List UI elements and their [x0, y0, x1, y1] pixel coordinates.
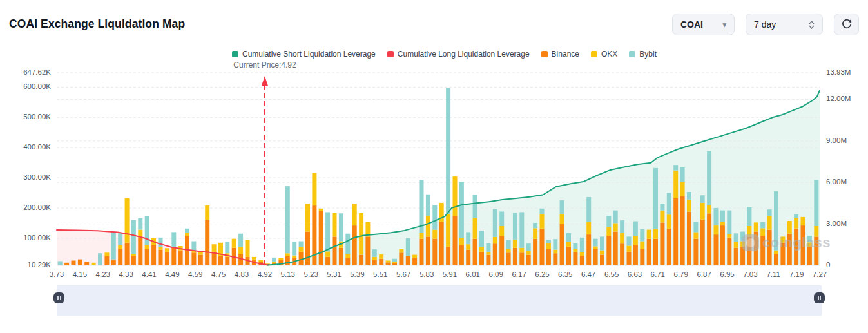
up-down-stepper-icon	[809, 21, 815, 29]
long-legend-chip	[387, 51, 394, 57]
svg-text:5.83: 5.83	[420, 271, 434, 278]
legend-item-long[interactable]: Cumulative Long Liquidation Leverage	[387, 50, 530, 59]
range-handle-left[interactable]	[53, 292, 64, 303]
svg-text:4.59: 4.59	[188, 271, 202, 278]
svg-text:300.00K: 300.00K	[23, 173, 51, 181]
svg-text:6.17: 6.17	[512, 271, 526, 278]
svg-text:500.00K: 500.00K	[23, 113, 51, 120]
svg-text:6.01: 6.01	[466, 271, 480, 278]
legend-item-binance[interactable]: Binance	[541, 50, 579, 59]
legend-item-short[interactable]: Cumulative Short Liquidation Leverage	[232, 50, 376, 59]
svg-text:7.27: 7.27	[813, 271, 827, 278]
svg-text:6.55: 6.55	[604, 271, 619, 278]
period-select[interactable]: 7 day	[746, 14, 823, 35]
svg-text:6.71: 6.71	[651, 271, 665, 278]
short-legend-chip	[232, 51, 238, 57]
svg-text:6.35: 6.35	[558, 271, 572, 278]
chart-legend: Cumulative Short Liquidation Leverage Cu…	[232, 50, 657, 59]
page-title: COAI Exchange Liquidation Map	[9, 17, 185, 31]
okx-legend-chip	[591, 51, 597, 57]
svg-text:6.87: 6.87	[697, 271, 711, 278]
legend-item-bybit[interactable]: Bybit	[629, 50, 657, 59]
svg-text:5.39: 5.39	[350, 271, 364, 278]
range-handle-right[interactable]	[814, 292, 825, 303]
symbol-select[interactable]: COAI ▾	[672, 14, 735, 35]
svg-text:4.23: 4.23	[96, 271, 110, 278]
svg-text:4.15: 4.15	[73, 271, 87, 278]
svg-text:7.11: 7.11	[766, 271, 780, 278]
legend-item-okx[interactable]: OKX	[591, 50, 617, 59]
svg-text:5.23: 5.23	[304, 271, 318, 278]
svg-text:6.63: 6.63	[628, 271, 642, 278]
svg-text:100.00K: 100.00K	[23, 234, 51, 242]
svg-text:6.95: 6.95	[720, 271, 734, 278]
svg-text:0: 0	[826, 261, 830, 269]
svg-text:6.09: 6.09	[489, 271, 503, 278]
toolbar: COAI ▾ 7 day	[672, 14, 859, 35]
svg-text:10.29K: 10.29K	[28, 261, 52, 269]
svg-text:4.83: 4.83	[235, 271, 249, 278]
svg-text:600.00K: 600.00K	[23, 82, 51, 90]
svg-text:5.91: 5.91	[443, 271, 457, 278]
svg-text:3.00M: 3.00M	[826, 220, 847, 227]
svg-text:6.79: 6.79	[674, 271, 688, 278]
bybit-legend-chip	[629, 51, 635, 57]
symbol-select-value: COAI	[680, 19, 703, 30]
current-price-marker	[262, 76, 268, 265]
chevron-down-icon: ▾	[722, 21, 726, 29]
svg-text:647.62K: 647.62K	[23, 68, 51, 76]
svg-text:400.00K: 400.00K	[23, 143, 51, 151]
svg-text:7.03: 7.03	[743, 271, 757, 278]
svg-text:200.00K: 200.00K	[23, 204, 51, 211]
zoom-range-track[interactable]	[57, 285, 822, 316]
svg-text:4.41: 4.41	[142, 271, 156, 278]
current-price-label: Current Price:4.92	[213, 61, 316, 70]
period-select-value: 7 day	[754, 19, 776, 30]
svg-text:7.19: 7.19	[789, 271, 804, 278]
refresh-icon	[840, 17, 853, 32]
svg-text:5.13: 5.13	[281, 271, 295, 278]
svg-text:4.33: 4.33	[119, 271, 133, 278]
svg-text:4.49: 4.49	[165, 271, 179, 278]
svg-text:5.31: 5.31	[327, 271, 341, 278]
refresh-button[interactable]	[834, 14, 859, 35]
svg-text:3.73: 3.73	[50, 271, 64, 278]
svg-text:5.67: 5.67	[396, 271, 410, 278]
svg-text:4.75: 4.75	[211, 271, 226, 278]
svg-text:12.00M: 12.00M	[826, 95, 851, 102]
svg-text:6.47: 6.47	[581, 271, 595, 278]
svg-text:6.25: 6.25	[535, 271, 549, 278]
liquidation-map-page: 647.62K600.00K500.00K400.00K300.00K200.0…	[0, 0, 868, 333]
svg-text:4.92: 4.92	[258, 271, 272, 278]
svg-text:5.51: 5.51	[373, 271, 387, 278]
binance-legend-chip	[541, 51, 548, 57]
svg-text:6.00M: 6.00M	[826, 178, 847, 186]
svg-text:9.00M: 9.00M	[826, 137, 847, 144]
svg-text:13.93M: 13.93M	[826, 68, 851, 76]
